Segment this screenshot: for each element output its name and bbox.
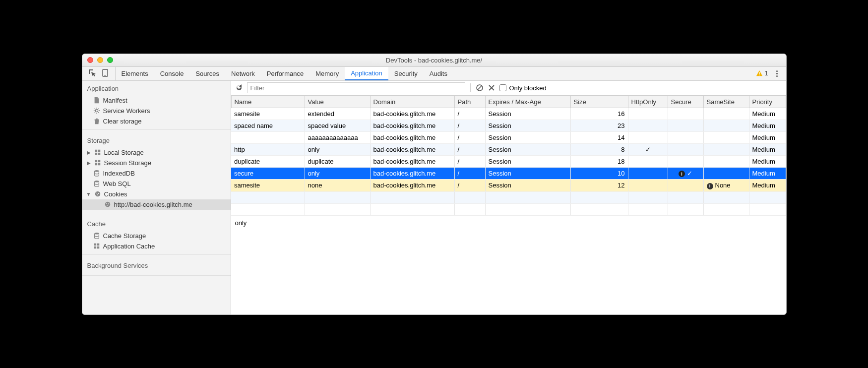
cell: 12 (570, 180, 628, 192)
tab-security[interactable]: Security (388, 67, 424, 80)
column-value[interactable]: Value (305, 96, 370, 108)
svg-rect-11 (95, 163, 97, 165)
cell: Session (485, 180, 570, 192)
cell: ✓ (628, 143, 668, 155)
table-row[interactable]: duplicateduplicatebad-cookies.glitch.me/… (231, 155, 786, 167)
cell: aaaaaaaaaaaaaa (305, 131, 370, 143)
tab-memory[interactable]: Memory (310, 67, 345, 80)
cell: 23 (570, 120, 628, 131)
expand-icon[interactable]: ▶ (86, 150, 91, 155)
warnings-count: 1 (765, 70, 768, 77)
svg-rect-24 (94, 244, 96, 245)
cell: Session (485, 167, 570, 180)
svg-rect-27 (97, 246, 99, 248)
tab-sources[interactable]: Sources (189, 67, 225, 80)
column-name[interactable]: Name (231, 96, 305, 108)
cell: Medium (749, 108, 786, 120)
tab-network[interactable]: Network (225, 67, 261, 80)
window-minimize-button[interactable] (97, 57, 103, 63)
delete-selected-button[interactable] (488, 84, 496, 92)
inspect-icon[interactable] (88, 69, 96, 78)
svg-point-16 (96, 192, 97, 193)
sidebar-item-cookies[interactable]: ▼Cookies (82, 189, 231, 199)
sidebar-item-label: Application Cache (103, 243, 155, 250)
column-secure[interactable]: Secure (668, 96, 703, 108)
filter-input[interactable] (247, 82, 465, 93)
db-icon (93, 170, 100, 177)
reload-button[interactable] (235, 84, 243, 92)
sidebar-item-label: Web SQL (103, 180, 131, 187)
cell: bad-cookies.glitch.me (370, 155, 454, 167)
column-path[interactable]: Path (454, 96, 485, 108)
tab-console[interactable]: Console (154, 67, 190, 80)
column-priority[interactable]: Priority (749, 96, 786, 108)
cell (703, 155, 749, 167)
grid-icon (94, 149, 101, 156)
column-httponly[interactable]: HttpOnly (628, 96, 668, 108)
sidebar-item-local-storage[interactable]: ▶Local Storage (82, 147, 231, 158)
info-icon: i (707, 183, 713, 189)
sidebar-item-http-bad-cookies-glitch-me[interactable]: http://bad-cookies.glitch.me (82, 199, 231, 210)
cell: 14 (570, 131, 628, 143)
sidebar-section-background-services: Background Services (82, 258, 231, 272)
column-domain[interactable]: Domain (370, 96, 454, 108)
cell: only (305, 143, 370, 155)
svg-rect-3 (759, 75, 759, 75)
sidebar-item-label: Cookies (104, 190, 127, 198)
sidebar-item-indexeddb[interactable]: IndexedDB (82, 168, 231, 179)
expand-icon[interactable]: ▶ (86, 160, 91, 166)
cell: bad-cookies.glitch.me (370, 180, 454, 192)
cell (628, 120, 668, 131)
devtools-tabbar: ElementsConsoleSourcesNetworkPerformance… (82, 67, 786, 81)
sidebar-item-session-storage[interactable]: ▶Session Storage (82, 158, 231, 168)
expand-icon[interactable]: ▼ (86, 191, 91, 197)
more-menu-icon[interactable] (773, 69, 781, 77)
table-row[interactable]: secureonlybad-cookies.glitch.me/Session1… (231, 167, 786, 180)
sidebar-item-application-cache[interactable]: Application Cache (82, 241, 231, 251)
window-close-button[interactable] (87, 57, 93, 63)
window-maximize-button[interactable] (107, 57, 113, 63)
cell: / (454, 131, 485, 143)
cell: Session (485, 143, 570, 155)
table-row[interactable]: aaaaaaaaaaaaaabad-cookies.glitch.me/Sess… (231, 131, 786, 143)
tab-elements[interactable]: Elements (116, 67, 154, 80)
warnings-badge[interactable]: 1 (756, 70, 768, 77)
cell (668, 143, 703, 155)
clear-all-button[interactable] (476, 84, 484, 92)
sidebar-item-service-workers[interactable]: Service Workers (82, 106, 231, 116)
cell: bad-cookies.glitch.me (370, 167, 454, 180)
cell: bad-cookies.glitch.me (370, 143, 454, 155)
cell (628, 167, 668, 180)
grid-icon (94, 159, 101, 166)
sidebar-item-manifest[interactable]: Manifest (82, 95, 231, 106)
table-row[interactable]: spaced namespaced valuebad-cookies.glitc… (231, 120, 786, 131)
cell (628, 108, 668, 120)
column-samesite[interactable]: SameSite (703, 96, 749, 108)
table-row[interactable]: samesitenonebad-cookies.glitch.me/Sessio… (231, 180, 786, 192)
cookies-table: NameValueDomainPathExpires / Max-AgeSize… (231, 96, 786, 216)
sidebar-item-web-sql[interactable]: Web SQL (82, 179, 231, 189)
column-expires-max-age[interactable]: Expires / Max-Age (485, 96, 570, 108)
sidebar-item-clear-storage[interactable]: Clear storage (82, 116, 231, 126)
only-blocked-checkbox[interactable] (499, 84, 506, 91)
svg-point-15 (95, 191, 100, 197)
table-row[interactable]: httponlybad-cookies.glitch.me/Session8✓M… (231, 143, 786, 155)
cookie-icon (104, 201, 111, 208)
only-blocked-toggle[interactable]: Only blocked (499, 84, 547, 92)
cell: none (305, 180, 370, 192)
device-icon[interactable] (101, 69, 109, 78)
cell: bad-cookies.glitch.me (370, 131, 454, 143)
divider (470, 83, 471, 92)
cell: secure (231, 167, 305, 180)
sidebar-item-label: http://bad-cookies.glitch.me (114, 201, 192, 208)
column-size[interactable]: Size (570, 96, 628, 108)
sidebar-item-cache-storage[interactable]: Cache Storage (82, 231, 231, 241)
svg-rect-7 (95, 153, 97, 155)
table-row[interactable]: samesiteextendedbad-cookies.glitch.me/Se… (231, 108, 786, 120)
grid-icon (93, 243, 100, 249)
tab-performance[interactable]: Performance (261, 67, 310, 80)
tab-application[interactable]: Application (345, 67, 388, 80)
gear-icon (93, 107, 100, 114)
tab-audits[interactable]: Audits (424, 67, 453, 80)
db-icon (93, 180, 100, 187)
